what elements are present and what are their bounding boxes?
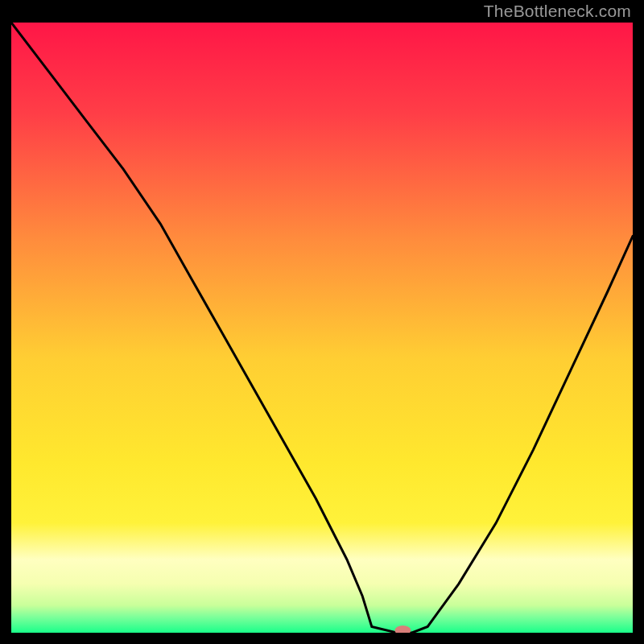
gradient-background — [11, 23, 633, 633]
watermark-text: TheBottleneck.com — [484, 2, 631, 21]
plot-area — [11, 23, 633, 633]
chart-svg — [11, 23, 633, 633]
chart-container: TheBottleneck.com — [0, 0, 644, 644]
